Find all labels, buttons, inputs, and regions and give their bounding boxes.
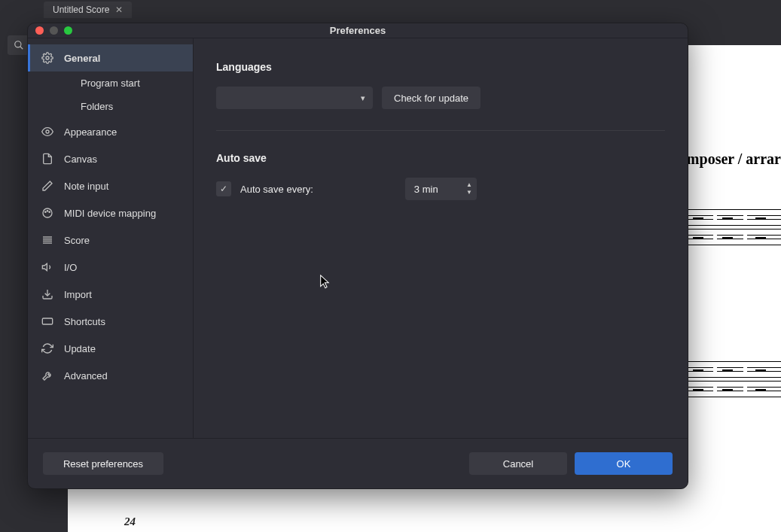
clef-icon — [41, 234, 53, 246]
preferences-dialog: Preferences General Program start Folder… — [27, 23, 688, 489]
stepper: ▲ ▼ — [466, 182, 472, 196]
dialog-title: Preferences — [28, 25, 688, 36]
minimize-window-icon[interactable] — [50, 26, 58, 35]
sidebar-item-label: I/O — [64, 262, 77, 273]
check-update-button[interactable]: Check for update — [382, 87, 480, 109]
stepper-down-icon[interactable]: ▼ — [466, 190, 472, 196]
autosave-interval-input[interactable]: 3 min ▲ ▼ — [405, 178, 477, 200]
sidebar-item-label: MIDI device mapping — [64, 208, 156, 219]
sidebar-item-label: General — [64, 53, 100, 64]
sidebar-item-midi[interactable]: MIDI device mapping — [28, 199, 193, 226]
page-icon — [41, 153, 53, 165]
sidebar-item-label: Update — [64, 343, 96, 354]
wrench-icon — [41, 369, 53, 382]
gear-icon — [41, 52, 53, 64]
sidebar-item-label: Canvas — [64, 154, 97, 165]
sidebar-item-import[interactable]: Import — [28, 281, 193, 308]
midi-icon — [41, 207, 53, 219]
svg-rect-14 — [42, 318, 52, 324]
sidebar-item-score[interactable]: Score — [28, 226, 193, 254]
languages-heading: Languages — [216, 61, 665, 73]
svg-point-2 — [46, 56, 49, 59]
keyboard-icon — [41, 315, 53, 327]
svg-line-1 — [20, 47, 23, 50]
preferences-sidebar: General Program start Folders Appearance… — [28, 38, 194, 438]
cancel-button[interactable]: Cancel — [469, 452, 567, 475]
close-icon[interactable]: ✕ — [115, 5, 123, 15]
svg-marker-12 — [42, 263, 47, 270]
tab-bar: Untitled Score ✕ — [0, 0, 781, 19]
autosave-heading: Auto save — [216, 152, 665, 164]
sidebar-item-appearance[interactable]: Appearance — [28, 118, 193, 145]
sidebar-sub-program-start[interactable]: Program start — [28, 71, 193, 95]
composer-label: omposer / arrar — [679, 150, 781, 168]
close-window-icon[interactable] — [35, 26, 44, 35]
download-icon — [41, 288, 53, 300]
sidebar-item-label: Score — [64, 235, 90, 246]
document-tab[interactable]: Untitled Score ✕ — [44, 2, 132, 18]
reset-preferences-button[interactable]: Reset preferences — [43, 452, 163, 475]
window-controls — [35, 26, 72, 35]
sidebar-item-canvas[interactable]: Canvas — [28, 145, 193, 172]
dialog-titlebar: Preferences — [28, 23, 688, 38]
sidebar-item-label: Advanced — [64, 370, 108, 382]
autosave-label: Auto save every: — [240, 184, 313, 195]
svg-point-4 — [43, 208, 52, 217]
svg-point-7 — [47, 211, 47, 211]
stepper-up-icon[interactable]: ▲ — [466, 182, 472, 188]
svg-point-3 — [46, 130, 49, 133]
sidebar-item-general[interactable]: General — [28, 44, 193, 71]
tab-title: Untitled Score — [53, 5, 109, 15]
sidebar-sub-folders[interactable]: Folders — [28, 95, 193, 118]
sidebar-item-label: Import — [64, 289, 92, 300]
sidebar-item-label: Shortcuts — [64, 316, 105, 327]
svg-point-0 — [15, 41, 21, 47]
measure-number: 24 — [124, 515, 136, 528]
autosave-checkbox[interactable]: ✓ — [216, 181, 231, 196]
eye-icon — [41, 126, 53, 138]
sidebar-item-update[interactable]: Update — [28, 335, 193, 362]
preferences-content: Languages ▾ Check for update Auto save ✓… — [194, 38, 688, 438]
pencil-icon — [41, 180, 53, 192]
zoom-window-icon[interactable] — [64, 26, 72, 35]
sidebar-item-note-input[interactable]: Note input — [28, 172, 193, 199]
chevron-down-icon: ▾ — [361, 93, 365, 103]
divider — [216, 130, 665, 131]
sidebar-item-shortcuts[interactable]: Shortcuts — [28, 308, 193, 335]
refresh-icon — [41, 342, 53, 354]
staff-system — [683, 209, 781, 245]
svg-point-5 — [45, 211, 46, 212]
sidebar-item-io[interactable]: I/O — [28, 254, 193, 281]
ok-button[interactable]: OK — [575, 452, 673, 475]
speaker-icon — [41, 261, 53, 273]
sidebar-item-label: Note input — [64, 181, 108, 192]
svg-point-6 — [49, 211, 50, 212]
autosave-value: 3 min — [414, 184, 438, 195]
staff-system — [683, 361, 781, 397]
sidebar-item-advanced[interactable]: Advanced — [28, 362, 193, 389]
sidebar-item-label: Appearance — [64, 126, 117, 138]
language-dropdown[interactable]: ▾ — [216, 87, 373, 109]
dialog-footer: Reset preferences Cancel OK — [28, 438, 688, 488]
